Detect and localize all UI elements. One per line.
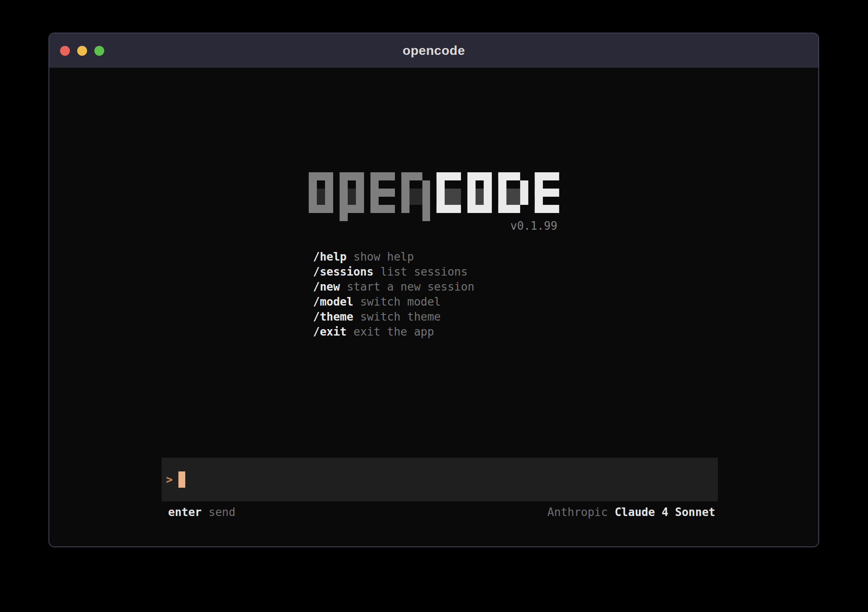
- logo-pixel: [484, 180, 492, 205]
- command-description: switch theme: [360, 309, 441, 324]
- command-name: /new: [313, 279, 340, 294]
- terminal-content: v0.1.99 /helpshow help/sessionslist sess…: [49, 68, 818, 547]
- logo: [308, 172, 559, 213]
- prompt-line: >: [166, 458, 185, 501]
- command-item: /sessionslist sessions: [313, 264, 474, 279]
- logo-pixel: [467, 172, 492, 180]
- logo-pixel: [340, 172, 364, 180]
- logo-pixel: [467, 205, 492, 213]
- command-name: /model: [313, 294, 353, 309]
- logo-pixel: [476, 189, 484, 205]
- logo-pixel: [340, 205, 364, 213]
- logo-pixel: [535, 172, 543, 213]
- command-name: /help: [313, 249, 347, 264]
- logo-pixel: [308, 180, 316, 205]
- logo-pixel: [325, 180, 333, 205]
- key-hint-key: enter: [168, 506, 202, 519]
- command-name: /sessions: [313, 264, 374, 279]
- app-window: opencode v0.1.99 /helpshow help/sessions…: [48, 33, 819, 547]
- command-item: /modelswitch model: [313, 294, 474, 309]
- close-button[interactable]: [60, 46, 70, 56]
- minimize-button[interactable]: [77, 46, 87, 56]
- window-title: opencode: [403, 43, 465, 58]
- key-hint-action: send: [208, 506, 235, 519]
- command-description: switch model: [360, 294, 441, 309]
- logo-pixel: [308, 205, 333, 213]
- command-description: show help: [353, 249, 414, 264]
- logo-pixel: [437, 172, 445, 213]
- logo-pixel: [506, 189, 520, 205]
- logo-pixel: [445, 189, 461, 205]
- logo-pixel: [308, 172, 333, 180]
- command-item: /newstart a new session: [313, 279, 474, 294]
- logo-pixel: [520, 180, 528, 205]
- traffic-lights: [60, 33, 104, 68]
- logo-pixel: [340, 180, 348, 205]
- text-cursor: [178, 471, 185, 488]
- command-item: /exitexit the app: [313, 324, 474, 339]
- logo-pixel: [498, 172, 506, 213]
- command-name: /theme: [313, 309, 353, 324]
- status-bar: enter send Anthropic Claude 4 Sonnet: [168, 506, 715, 519]
- command-item: /helpshow help: [313, 249, 474, 264]
- logo-pixel: [316, 189, 325, 205]
- logo-pixel: [467, 180, 476, 205]
- logo-pixel: [356, 180, 364, 205]
- key-hint: enter send: [168, 506, 235, 519]
- title-bar[interactable]: opencode: [49, 33, 818, 68]
- model-indicator: Anthropic Claude 4 Sonnet: [547, 506, 715, 519]
- logo-pixel: [410, 189, 422, 205]
- logo-block: v0.1.99: [308, 172, 559, 232]
- version-label: v0.1.99: [308, 219, 559, 232]
- command-list: /helpshow help/sessionslist sessions/new…: [313, 249, 474, 339]
- logo-pixel: [371, 172, 379, 213]
- model-name: Claude 4 Sonnet: [615, 506, 715, 519]
- logo-pixel: [401, 172, 422, 180]
- model-provider: Anthropic: [547, 506, 608, 519]
- zoom-button[interactable]: [94, 46, 104, 56]
- command-description: list sessions: [380, 264, 468, 279]
- logo-pixel: [422, 180, 430, 221]
- logo-pixel: [340, 213, 348, 221]
- command-description: exit the app: [353, 324, 434, 339]
- command-description: start a new session: [347, 279, 474, 294]
- command-item: /themeswitch theme: [313, 309, 474, 324]
- logo-pixel: [348, 189, 356, 205]
- message-input[interactable]: >: [162, 458, 718, 501]
- command-name: /exit: [313, 324, 347, 339]
- prompt-symbol: >: [166, 473, 173, 486]
